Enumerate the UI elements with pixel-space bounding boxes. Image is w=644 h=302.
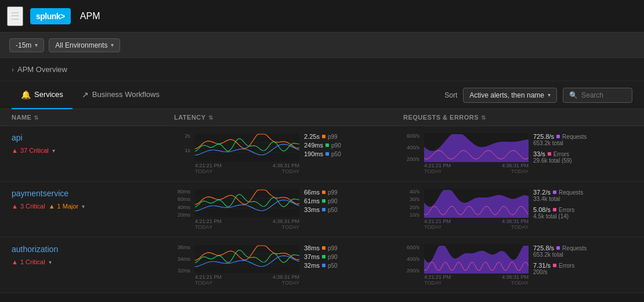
service-name[interactable]: paymentservice [12,189,174,198]
toolbar: -15m ▾ All Environments ▾ [0,33,644,58]
table-row: paymentservice▲3 Critical▲1 Major▾80ms60… [0,182,644,238]
service-name-col: api▲37 Critical▾ [12,133,174,154]
search-box[interactable]: 🔍 [563,88,632,103]
table-header: NAME ⇅ LATENCY ⇅ REQUESTS & ERRORS ⇅ [0,109,644,126]
metric-dot [322,199,325,203]
breadcrumb: › APM Overview [0,58,644,81]
metric-dot [322,208,325,211]
latency-chart-wrapper: 4:21:21 PM4:36:31 PMTODAYTODAY [195,189,299,230]
col-header-latency: LATENCY ⇅ [174,114,403,121]
tab-bar: 🔔 Services ↗ Business Workflows Sort Act… [0,81,644,109]
requests-chart-wrapper: 4:21:21 PM4:36:31 PMTODAYTODAY [424,245,529,286]
environment-value: All Environments [55,41,107,49]
app-title: APM [80,11,100,21]
alert-count-critical: 3 Critical [20,203,45,210]
latency-values: 66ms p9961ms p9033ms p50 [304,189,350,213]
critical-icon: ▲ [12,147,18,154]
latency-chart-svg [195,133,299,162]
latency-col: 2s1s4:21:21 PM4:36:31 PMTODAYTODAY2.25s … [174,133,403,174]
latency-values: 2.25s p99249ms p90190ms p50 [304,133,350,157]
services-tab-label: Services [34,90,63,99]
latency-values: 38ms p9937ms p9032ms p50 [304,245,350,269]
table-row: api▲37 Critical▾2s1s4:21:21 PM4:36:31 PM… [0,126,644,182]
major-icon: ▲ [49,203,55,210]
metric-dot [322,135,325,138]
breadcrumb-chevron-icon: › [12,66,14,74]
metric-dot [322,246,325,250]
sort-area: Sort Active alerts, then name ▾ 🔍 [444,88,632,103]
requests-values: 725.8/s Requests653.2k total7.31/s Error… [533,245,591,278]
requests-chart-svg [424,189,529,218]
environment-picker[interactable]: All Environments ▾ [49,38,120,52]
latency-y-axis: 80ms60ms40ms20ms [174,189,190,218]
alert-dropdown-icon[interactable]: ▾ [82,203,85,210]
latency-chart-svg [195,189,299,218]
requests-col: 600/s400/s200/s4:21:21 PM4:36:31 PMTODAY… [403,245,632,286]
metric-row-p90: 249ms p90 [304,142,350,149]
table-row: authorization▲1 Critical▾36ms34ms32ms4:2… [0,238,644,293]
business-workflows-tab-label: Business Workflows [92,90,160,99]
latency-chart-svg [195,245,299,274]
metric-row-p99: 38ms p99 [304,245,350,251]
alert-badge-critical: ▲37 Critical [12,147,49,154]
service-name[interactable]: api [12,133,174,142]
metric-dot [322,264,325,267]
metric-dot [325,143,329,147]
latency-sort-icon: ⇅ [208,114,214,121]
breadcrumb-link[interactable]: APM Overview [17,65,67,74]
service-name-col: authorization▲1 Critical▾ [12,245,174,265]
services-tab-icon: 🔔 [21,90,31,99]
splunk-logo: splunk> [30,8,71,24]
metric-dot [322,255,325,258]
latency-col: 80ms60ms40ms20ms4:21:21 PM4:36:31 PMTODA… [174,189,403,230]
time-picker[interactable]: -15m ▾ [9,38,44,52]
metric-row-p99: 66ms p99 [304,189,350,196]
business-workflows-tab-icon: ↗ [82,90,89,99]
requests-chart-svg [424,133,529,162]
search-icon: 🔍 [569,91,578,99]
requests-y-axis: 40/s30/s20/s10/s [403,189,419,218]
metric-row-p50: 32ms p50 [304,262,350,269]
requests-sort-icon: ⇅ [481,114,486,121]
alert-dropdown-icon[interactable]: ▾ [52,148,55,154]
critical-icon: ▲ [12,203,18,210]
critical-icon: ▲ [12,258,18,265]
requests-col: 600/s400/s200/s4:21:21 PM4:36:31 PMTODAY… [403,133,632,174]
metric-dot [322,190,325,194]
sort-label: Sort [444,91,457,99]
hamburger-button[interactable]: ☰ [7,6,23,26]
alerts-row: ▲1 Critical▾ [12,258,174,265]
latency-y-axis: 2s1s [174,133,190,162]
search-input[interactable] [581,91,616,99]
sort-dropdown[interactable]: Active alerts, then name ▾ [463,88,557,103]
time-picker-chevron: ▾ [35,42,38,48]
alert-badge-major: ▲1 Major [49,203,79,210]
metric-row-p50: 190ms p50 [304,150,350,157]
sort-chevron-icon: ▾ [548,92,551,98]
requests-y-axis: 600/s400/s200/s [403,245,419,274]
requests-chart-svg [424,245,529,274]
service-rows-container: api▲37 Critical▾2s1s4:21:21 PM4:36:31 PM… [0,126,644,293]
requests-values: 725.8/s Requests653.2k total33/s Errors2… [533,133,591,166]
metric-row-p99: 2.25s p99 [304,133,350,140]
tab-business-workflows[interactable]: ↗ Business Workflows [73,81,169,109]
col-header-name: NAME ⇅ [12,114,174,121]
service-name[interactable]: authorization [12,245,174,254]
latency-col: 36ms34ms32ms4:21:21 PM4:36:31 PMTODAYTOD… [174,245,403,286]
alert-count-critical: 1 Critical [20,258,45,265]
metric-dot [325,152,329,156]
latency-x-axis: 4:21:21 PM4:36:31 PM [195,163,299,168]
latency-chart-wrapper: 4:21:21 PM4:36:31 PMTODAYTODAY [195,133,299,174]
alert-badge-critical: ▲3 Critical [12,203,45,210]
alert-dropdown-icon[interactable]: ▾ [49,259,52,265]
alerts-row: ▲3 Critical▲1 Major▾ [12,203,174,210]
latency-y-axis: 36ms34ms32ms [174,245,190,274]
requests-values: 37.2/s Requests33.4k total5.08/s Errors4… [533,189,591,222]
tab-services[interactable]: 🔔 Services [12,81,73,109]
environment-chevron: ▾ [111,42,114,48]
metric-row-p50: 33ms p50 [304,206,350,213]
col-header-requests: REQUESTS & ERRORS ⇅ [403,114,632,121]
alerts-row: ▲37 Critical▾ [12,147,174,154]
sort-value: Active alerts, then name [469,91,544,99]
requests-chart-wrapper: 4:21:21 PM4:36:31 PMTODAYTODAY [424,189,529,230]
